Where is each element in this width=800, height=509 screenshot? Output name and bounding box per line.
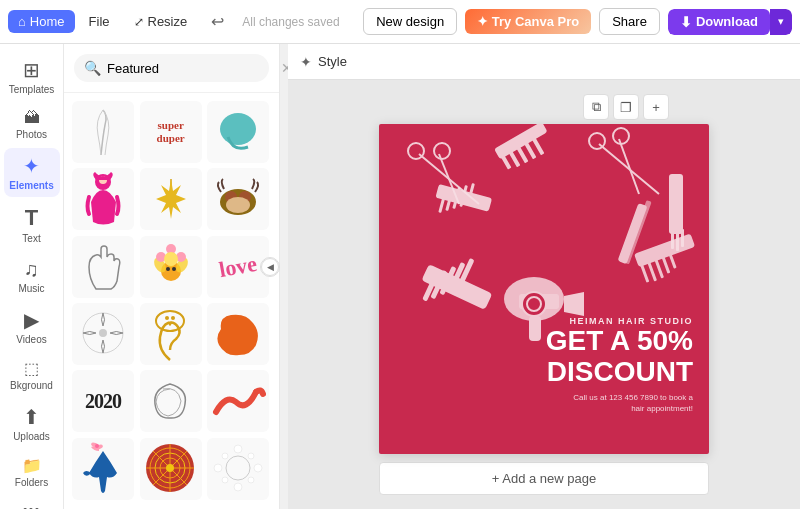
canvas-duplicate-button[interactable]: ❐ (613, 94, 639, 120)
element-mandala[interactable] (140, 438, 202, 500)
file-label: File (89, 14, 110, 29)
svg-point-35 (234, 445, 242, 453)
sidebar-item-folders[interactable]: 📁 Folders (4, 450, 60, 494)
resize-button[interactable]: ⤢ Resize (124, 10, 198, 33)
element-super-duper[interactable]: superduper (140, 101, 202, 163)
search-input[interactable] (107, 61, 275, 76)
svg-point-19 (99, 329, 107, 337)
element-teal-shape[interactable] (207, 101, 269, 163)
element-scribble-circle[interactable] (140, 370, 202, 432)
undo-button[interactable]: ↩ (201, 8, 234, 35)
svg-point-21 (165, 316, 169, 320)
canvas-copy-button[interactable]: ⧉ (583, 94, 609, 120)
nav-right-actions: New design ✦ Try Canva Pro Share ⬇ Downl… (363, 8, 792, 35)
uploads-icon: ⬆ (23, 405, 40, 429)
panel-collapse-button[interactable]: ◀ (260, 257, 280, 277)
svg-rect-58 (669, 174, 683, 234)
share-button[interactable]: Share (599, 8, 660, 35)
more-icon: ••• (23, 502, 41, 509)
element-blue-bird[interactable] (72, 438, 134, 500)
sidebar-item-videos[interactable]: ▶ Videos (4, 302, 60, 351)
sidebar-label-folders: Folders (15, 477, 48, 488)
element-starburst[interactable]: {#each [0,20,40,60,80,100,120,140,160,18… (140, 168, 202, 230)
canvas-wrapper: ⧉ ❐ + (379, 80, 709, 509)
element-orange-blob[interactable] (207, 303, 269, 365)
text-icon: T (25, 205, 38, 231)
element-red-swirl[interactable] (207, 370, 269, 432)
home-icon: ⌂ (18, 14, 26, 29)
download-button[interactable]: ⬇ Download (668, 9, 770, 35)
element-white-flower-wreath[interactable] (207, 438, 269, 500)
sidebar-label-background: Bkground (10, 380, 53, 391)
svg-point-43 (226, 456, 250, 480)
resize-label: Resize (148, 14, 188, 29)
sidebar-item-elements[interactable]: ✦ Elements (4, 148, 60, 197)
svg-point-46 (408, 143, 424, 159)
element-sloth[interactable] (207, 168, 269, 230)
download-arrow-button[interactable]: ▾ (770, 9, 792, 35)
background-icon: ⬚ (24, 359, 39, 378)
folders-icon: 📁 (22, 456, 42, 475)
svg-line-49 (619, 139, 639, 194)
search-bar: 🔍 ✕ (64, 44, 279, 93)
element-cobra[interactable] (140, 303, 202, 365)
subtext-line2: hair appointment! (631, 404, 693, 413)
sidebar-item-templates[interactable]: ⊞ Templates (4, 52, 60, 101)
sidebar-item-text[interactable]: T Text (4, 199, 60, 250)
home-button[interactable]: ⌂ Home (8, 10, 75, 33)
element-pink-person[interactable] (72, 168, 134, 230)
svg-point-22 (171, 316, 175, 320)
sidebar-item-background[interactable]: ⬚ Bkground (4, 353, 60, 397)
canvas-area: ✦ Style ⧉ ❐ + (288, 44, 800, 509)
sidebar-item-more[interactable]: ••• More (4, 496, 60, 509)
download-icon: ⬇ (680, 14, 692, 30)
sidebar-label-text: Text (22, 233, 40, 244)
svg-point-13 (172, 267, 176, 271)
sidebar-item-uploads[interactable]: ⬆ Uploads (4, 399, 60, 448)
svg-point-34 (166, 464, 174, 472)
subtext-line1: Call us at 123 456 7890 to book a (573, 393, 693, 402)
sidebar: ⊞ Templates 🏔 Photos ✦ Elements T Text ♫… (0, 44, 64, 509)
svg-point-7 (226, 197, 250, 213)
sidebar-label-videos: Videos (16, 334, 46, 345)
sidebar-item-photos[interactable]: 🏔 Photos (4, 103, 60, 146)
svg-point-25 (95, 444, 99, 448)
saved-status: All changes saved (242, 15, 359, 29)
element-2020-text[interactable]: 2020 (72, 370, 134, 432)
photos-icon: 🏔 (24, 109, 40, 127)
svg-point-38 (248, 477, 254, 483)
top-navigation: ⌂ Home File ⤢ Resize ↩ All changes saved… (0, 0, 800, 44)
file-button[interactable]: File (79, 10, 120, 33)
sidebar-label-templates: Templates (9, 84, 55, 95)
element-feather[interactable] (72, 101, 134, 163)
svg-point-12 (166, 267, 170, 271)
element-hand[interactable] (72, 236, 134, 298)
headline-line2: DISCOUNT (547, 356, 693, 387)
svg-point-37 (254, 464, 262, 472)
music-icon: ♫ (24, 258, 39, 281)
headline-line1: GET A 50% (546, 325, 693, 356)
sidebar-label-music: Music (18, 283, 44, 294)
resize-icon: ⤢ (134, 15, 144, 29)
canvas-add-button[interactable]: + (643, 94, 669, 120)
elements-panel: 🔍 ✕ superduper (64, 44, 280, 509)
main-content: ⊞ Templates 🏔 Photos ✦ Elements T Text ♫… (0, 44, 800, 509)
add-page-button[interactable]: + Add a new page (379, 462, 709, 495)
svg-point-41 (214, 464, 222, 472)
element-floral-wreath[interactable] (72, 303, 134, 365)
canvas-headline: GET A 50% DISCOUNT (546, 326, 693, 388)
sidebar-label-uploads: Uploads (13, 431, 50, 442)
element-flower-bee[interactable] (140, 236, 202, 298)
style-label: Style (318, 54, 347, 69)
sidebar-label-elements: Elements (9, 180, 53, 191)
svg-point-39 (234, 483, 242, 491)
svg-point-0 (220, 113, 256, 145)
videos-icon: ▶ (24, 308, 39, 332)
sidebar-item-music[interactable]: ♫ Music (4, 252, 60, 300)
try-canva-button[interactable]: ✦ Try Canva Pro (465, 9, 591, 34)
svg-point-42 (222, 453, 228, 459)
canvas-subtext: Call us at 123 456 7890 to book a hair a… (546, 392, 693, 414)
new-design-button[interactable]: New design (363, 8, 457, 35)
design-canvas[interactable]: HEIMAN HAIR STUDIO GET A 50% DISCOUNT Ca… (379, 124, 709, 454)
svg-point-20 (156, 311, 184, 331)
